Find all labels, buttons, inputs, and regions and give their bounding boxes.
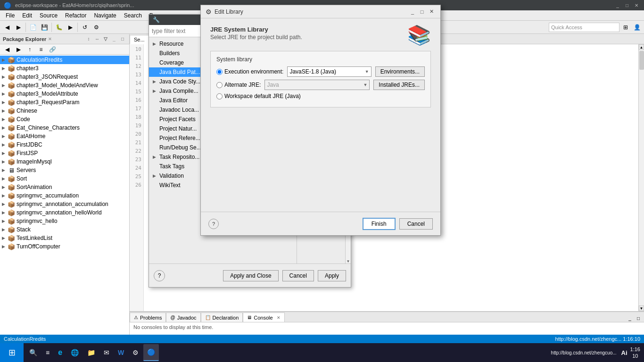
cancel-btn[interactable]: Cancel [399, 218, 433, 230]
start-button[interactable]: ⊞ [0, 343, 24, 362]
tab-console[interactable]: 🖥 Console ✕ [243, 313, 284, 322]
alternate-radio[interactable] [216, 82, 223, 88]
tree-item-stack[interactable]: ▶ 📦 Stack [0, 225, 129, 234]
tree-item-code[interactable]: ▶ 📦 Code [0, 115, 129, 123]
el-group-label: System library [216, 56, 425, 63]
tree-item-servers[interactable]: ▶ 🖥 Servers [0, 166, 129, 174]
apply-btn[interactable]: Apply [318, 270, 346, 281]
execution-radio-label[interactable]: Execution environment: [216, 68, 283, 75]
view-menu-btn[interactable]: ▽ [102, 35, 109, 43]
tree-item-chapter3req[interactable]: ▶ 📦 chapter3_RequestParam [0, 98, 129, 107]
maximize-btn[interactable]: □ [623, 1, 631, 9]
menu-search[interactable]: Search [120, 11, 146, 20]
alternate-radio-label[interactable]: Alternate JRE: [216, 82, 261, 88]
taskbar-word[interactable]: W [114, 344, 128, 361]
el-close-btn[interactable]: ✕ [427, 8, 436, 16]
console-close-icon[interactable]: ✕ [277, 315, 281, 320]
scroll-down-btn[interactable]: ▼ [639, 305, 644, 311]
el-help-btn[interactable]: ? [208, 219, 219, 229]
tree-item-eat-chinese[interactable]: ▶ 📦 Eat_Chinese_Characters [0, 123, 129, 132]
back-btn[interactable]: ◀ [2, 22, 12, 33]
taskbar-explorer[interactable]: 📁 [83, 344, 99, 361]
tree-item-firstjsp[interactable]: ▶ 📦 FirstJSP [0, 149, 129, 157]
tree-item-calculation[interactable]: ▶ 📦 CalculationRredits [0, 56, 129, 64]
collapse-all-btn[interactable]: ↕ [85, 35, 92, 43]
el-maximize-btn[interactable]: □ [418, 8, 426, 16]
properties-cancel-btn[interactable]: Cancel [282, 270, 314, 281]
alternate-dropdown[interactable]: Java ▼ [264, 80, 370, 90]
scroll-bottom-btn[interactable]: ▼ [347, 259, 350, 263]
pe-forward-btn[interactable]: ▶ [13, 44, 24, 55]
close-btn[interactable]: ✕ [633, 1, 640, 9]
help-btn[interactable]: ? [154, 270, 165, 281]
pe-up-btn[interactable]: ↑ [25, 44, 35, 55]
refresh-btn[interactable]: ↺ [80, 22, 90, 33]
tree-item-springmvc-hello[interactable]: ▶ 📦 springmvc_hello [0, 217, 129, 225]
tree-item-testlinkedlist[interactable]: ▶ 📦 TestLinkedList [0, 234, 129, 242]
taskbar-browser[interactable]: 🌐 [67, 344, 83, 361]
scroll-up-btn[interactable]: ▲ [639, 44, 644, 50]
vertical-scrollbar[interactable]: ▲ ▼ [638, 44, 644, 311]
tree-item-chapter3model[interactable]: ▶ 📦 chapter3_Model_ModelAndView [0, 81, 129, 90]
settings-btn[interactable]: ⚙ [91, 22, 101, 33]
tree-item-imageinmysql[interactable]: ▶ 📦 ImageInMysql [0, 157, 129, 166]
tree-item-eatathome[interactable]: ▶ 📦 EatAtHome [0, 132, 129, 140]
finish-btn[interactable]: Finish [363, 218, 396, 230]
menu-refactor[interactable]: Refactor [61, 11, 90, 20]
taskbar-mail[interactable]: ✉ [100, 344, 113, 361]
minimize-btn[interactable]: _ [614, 1, 621, 9]
forward-btn[interactable]: ▶ [13, 22, 24, 33]
maximize-view-btn[interactable]: □ [119, 35, 126, 43]
tab-problems[interactable]: ⚠ Problems [130, 313, 166, 322]
debug-btn[interactable]: 🐛 [54, 22, 64, 33]
tree-label: springmvc_annotation_accumulation [17, 201, 108, 207]
new-btn[interactable]: 📄 [28, 22, 38, 33]
problems-label: Problems [140, 315, 162, 321]
panel-maximize-btn[interactable]: □ [635, 314, 642, 322]
workspace-radio[interactable] [216, 93, 223, 99]
tree-item-sortanim[interactable]: ▶ 📦 SortAnimation [0, 183, 129, 191]
taskbar-search[interactable]: 🔍 [25, 344, 41, 361]
tree-item-springmvc-ann-hello[interactable]: ▶ 📦 springmvc_annotation_helloWorld [0, 208, 129, 217]
execution-dropdown[interactable]: JavaSE-1.8 (Java) ▼ [287, 66, 371, 77]
workspace-radio-label[interactable]: Workspace default JRE (Java) [216, 93, 301, 99]
save-btn[interactable]: 💾 [39, 22, 50, 33]
minimize-view-btn[interactable]: _ [110, 35, 118, 43]
el-minimize-btn[interactable]: _ [408, 8, 417, 16]
view-btn[interactable]: 👤 [632, 22, 642, 33]
pe-collapse-btn[interactable]: ≡ [36, 44, 46, 55]
link-editor-btn[interactable]: ↔ [93, 35, 101, 43]
tray-time[interactable]: 1:16 10 [630, 346, 640, 360]
menu-edit[interactable]: Edit [18, 11, 36, 20]
menu-file[interactable]: File [2, 11, 18, 20]
tab-javadoc[interactable]: @ Javadoc [166, 313, 200, 322]
tree-item-springmvc-ann-acc[interactable]: ▶ 📦 springmvc_annotation_accumulation [0, 200, 129, 208]
taskbar-settings[interactable]: ⚙ [129, 344, 142, 361]
installed-jres-btn[interactable]: Installed JREs... [373, 80, 425, 90]
taskbar-edge[interactable]: e [54, 344, 66, 361]
scroll-thumb[interactable] [639, 51, 644, 70]
pe-back-btn[interactable]: ◀ [2, 44, 12, 55]
menu-source[interactable]: Source [36, 11, 61, 20]
apply-and-close-btn[interactable]: Apply and Close [223, 270, 278, 281]
environments-btn[interactable]: Environments... [375, 66, 425, 77]
tree-item-firstjdbc[interactable]: ▶ 📦 FirstJDBC [0, 140, 129, 149]
tree-item-springmvc-acc[interactable]: ▶ 📦 springmvc_accumulation [0, 191, 129, 200]
tree-item-turnoff[interactable]: ▶ 📦 TurnOffComputer [0, 242, 129, 251]
taskbar-task-view[interactable]: ≡ [42, 344, 53, 361]
editor-tab-se[interactable]: Se... [130, 35, 149, 44]
quick-access-field[interactable]: Quick Access [549, 23, 619, 32]
panel-minimize-btn[interactable]: _ [626, 314, 634, 322]
perspective-btn[interactable]: ⊞ [620, 22, 631, 33]
taskbar-eclipse[interactable]: 🔵 [143, 344, 159, 361]
tree-item-chapter3modelattr[interactable]: ▶ 📦 chapter3_ModelAttribute [0, 90, 129, 98]
menu-navigate[interactable]: Navigate [90, 11, 120, 20]
run-btn[interactable]: ▶ [65, 22, 75, 33]
tree-item-chinese[interactable]: ▶ 📦 Chinese [0, 107, 129, 115]
tree-item-sort[interactable]: ▶ 📦 Sort [0, 174, 129, 183]
execution-radio[interactable] [216, 69, 223, 75]
tree-item-chapter3[interactable]: ▶ 📦 chapter3 [0, 64, 129, 73]
pe-link-btn[interactable]: 🔗 [47, 44, 58, 55]
tree-item-chapter3json[interactable]: ▶ 📦 chapter3_JSONRequest [0, 73, 129, 81]
tab-declaration[interactable]: 📋 Declaration [201, 313, 243, 322]
